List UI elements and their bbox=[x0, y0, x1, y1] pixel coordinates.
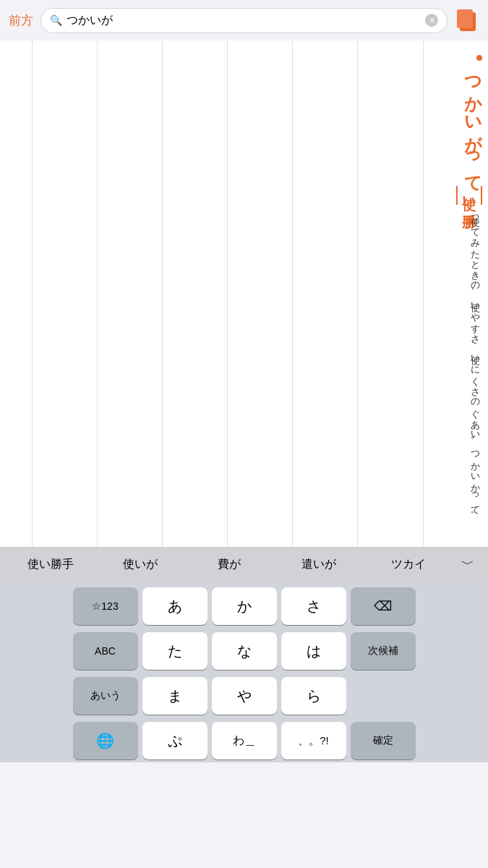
key-numbers[interactable]: ☆123 bbox=[73, 587, 138, 625]
text-column: つかいがって 使い勝手 使ってみたときの、使いやすさ、使いにくさのぐあい。つかい… bbox=[423, 41, 488, 547]
key-backspace[interactable]: ⌫ bbox=[351, 587, 416, 625]
search-direction-label: 前方 bbox=[9, 12, 33, 29]
suggestion-1[interactable]: 使い勝手 bbox=[6, 551, 95, 578]
key-ta[interactable]: た bbox=[142, 632, 207, 670]
key-ra[interactable]: ら bbox=[281, 677, 346, 715]
key-wa[interactable]: わ＿ bbox=[212, 722, 277, 760]
suggestions-more-button[interactable]: ﹀ bbox=[453, 556, 482, 573]
keyboard-row-3: あいう ま や ら bbox=[3, 677, 485, 715]
suggestion-5[interactable]: ツカイ bbox=[364, 551, 453, 578]
suggestion-4[interactable]: 遣いが bbox=[274, 551, 364, 578]
key-ka[interactable]: か bbox=[212, 587, 277, 625]
key-abc[interactable]: ABC bbox=[73, 632, 138, 670]
heading-kanji: 使い勝手 bbox=[456, 186, 482, 205]
sub-text: 使ってみたときの、使いやすさ、使いにくさのぐあい。つかいかって。 bbox=[467, 210, 482, 519]
key-ma[interactable]: ま bbox=[142, 677, 207, 715]
key-confirm[interactable]: 確定 bbox=[351, 722, 416, 760]
keyboard-row-2: ABC た な は 次候補 bbox=[3, 632, 485, 670]
key-punctuation[interactable]: 、。?! bbox=[281, 722, 346, 760]
key-hiragana[interactable]: あいう bbox=[73, 677, 138, 715]
key-globe[interactable]: 🌐 bbox=[73, 722, 138, 760]
key-confirm-right bbox=[351, 677, 416, 715]
key-ha[interactable]: は bbox=[281, 632, 346, 670]
key-next-candidate[interactable]: 次候補 bbox=[351, 632, 416, 670]
keyboard: ☆123 あ か さ ⌫ ABC た な は 次候補 あいう ま や ら 🌐 ぷ… bbox=[0, 582, 488, 762]
key-a[interactable]: あ bbox=[142, 587, 207, 625]
key-sa[interactable]: さ bbox=[281, 587, 346, 625]
keyboard-row-1: ☆123 あ か さ ⌫ bbox=[3, 587, 485, 625]
search-icon: 🔍 bbox=[50, 14, 62, 26]
key-na[interactable]: な bbox=[212, 632, 277, 670]
columns-background bbox=[0, 41, 423, 547]
suggestions-bar: 使い勝手 使いが 費が 遣いが ツカイ ﹀ bbox=[0, 547, 488, 582]
search-clear-button[interactable]: ✕ bbox=[425, 14, 438, 27]
key-ya[interactable]: や bbox=[212, 677, 277, 715]
suggestion-2[interactable]: 使いが bbox=[95, 551, 185, 578]
bookmarks-button[interactable] bbox=[455, 8, 479, 33]
key-pu[interactable]: ぷ bbox=[142, 722, 207, 760]
header: 前方 🔍 つかいが ✕ bbox=[0, 0, 488, 41]
heading-kana: つかいがって bbox=[463, 65, 482, 183]
suggestion-3[interactable]: 費が bbox=[185, 551, 275, 578]
search-bar[interactable]: 🔍 つかいが ✕ bbox=[40, 8, 448, 33]
search-input[interactable]: つかいが bbox=[67, 13, 421, 28]
content-area: つかいがって 使い勝手 使ってみたときの、使いやすさ、使いにくさのぐあい。つかい… bbox=[0, 41, 488, 547]
keyboard-row-4: 🌐 ぷ わ＿ 、。?! 確定 bbox=[3, 722, 485, 760]
red-dot-marker bbox=[476, 55, 482, 61]
